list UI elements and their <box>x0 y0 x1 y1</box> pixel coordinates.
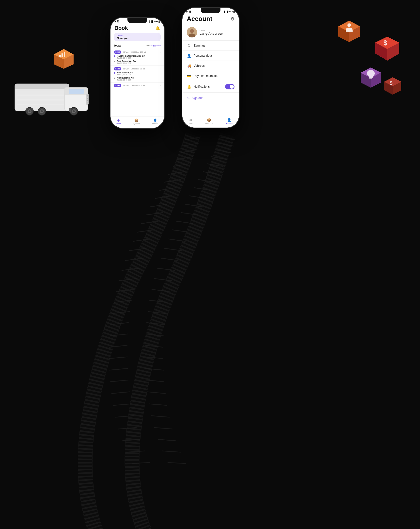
svg-rect-72 <box>17 100 66 100</box>
battery-icon: ▓ <box>158 20 160 23</box>
from-date-1: Jun 09, 13:40 EST <box>117 74 161 76</box>
svg-rect-76 <box>69 89 84 94</box>
svg-line-24 <box>109 357 127 359</box>
load-price-2: $500 <box>114 84 121 87</box>
nav-book-icon-right: ⊕ <box>189 118 192 122</box>
route-text-1: New Mexico, NM Jun 09, 13:40 EST Albuque… <box>117 71 161 81</box>
search-text: Near you <box>117 37 158 40</box>
book-title: Book <box>114 25 128 31</box>
cube-bulb-right <box>360 66 382 89</box>
origin-dot <box>114 55 115 57</box>
status-icons-left: ▐▐▐ WiFi ▓ <box>149 20 160 23</box>
route-text-0: Rancho Santa Margarita, CA Jun 09, 13:40… <box>117 55 161 64</box>
svg-line-61 <box>147 392 166 394</box>
nav-myloads-left[interactable]: 📦 My Loads <box>133 118 140 125</box>
search-bar[interactable]: Loads Near you <box>114 33 161 41</box>
menu-payment-methods[interactable]: 💳 Payment methods › <box>182 71 239 81</box>
load-item-2[interactable]: $500 53" Van · 10000 lbs · 20 mi › <box>110 83 164 90</box>
route-line-1 <box>115 74 115 77</box>
svg-rect-70 <box>17 90 66 90</box>
personal-data-person-icon: 👤 <box>187 54 191 58</box>
sign-out-row[interactable]: ↪ Sign out <box>182 93 239 103</box>
origin-dot-1 <box>114 72 115 74</box>
svg-rect-118 <box>369 78 372 79</box>
nav-book-label-right: Book <box>189 122 193 124</box>
nav-book[interactable]: ⊕ Book <box>116 118 121 125</box>
wifi-icon: WiFi <box>154 20 158 23</box>
phone-book: 9:41 ▐▐▐ WiFi ▓ Book 🔔 Loads Near you To… <box>110 17 165 129</box>
route-line <box>115 57 115 60</box>
svg-rect-79 <box>87 97 88 97</box>
wifi-icon-right: WiFi <box>229 11 233 13</box>
nav-account-right[interactable]: 👤 Account <box>226 118 233 124</box>
notifications-toggle[interactable] <box>225 84 234 89</box>
load-arrow-2: › <box>160 84 161 87</box>
earnings-label: Earnings <box>194 44 231 47</box>
search-label: Loads <box>117 34 158 37</box>
nav-book-icon: ⊕ <box>117 118 120 122</box>
from-city-1: New Mexico, NM <box>117 71 161 74</box>
battery-icon-right: ▓ <box>233 11 235 13</box>
svg-line-27 <box>111 392 130 394</box>
cube-orange-left <box>53 48 75 70</box>
svg-line-62 <box>149 404 167 405</box>
truck-illustration <box>10 69 93 118</box>
svg-rect-101 <box>62 53 63 57</box>
to-city-1: Albuquerque, NM <box>117 77 161 79</box>
svg-rect-80 <box>87 98 88 99</box>
menu-earnings[interactable]: ⏱ Earnings › <box>182 41 239 51</box>
svg-rect-78 <box>87 95 88 96</box>
nav-book-right[interactable]: ⊕ Book <box>189 118 193 124</box>
load-arrow-0: › <box>160 51 161 53</box>
load-price-0: $500 <box>114 50 121 54</box>
payment-arrow-icon: › <box>233 74 234 77</box>
load-item-1[interactable]: $500 23" Van · 13000 lbs · 70 mi › New M… <box>110 66 164 83</box>
svg-point-107 <box>347 23 351 27</box>
notification-bell-icon[interactable]: 🔔 <box>155 26 160 31</box>
account-title: Account <box>187 15 212 23</box>
menu-personal-data[interactable]: 👤 Personal data › <box>182 51 239 61</box>
nav-myloads-right[interactable]: 📦 My Loads <box>205 118 213 124</box>
dest-dot <box>114 61 115 62</box>
svg-point-94 <box>190 29 194 33</box>
driver-avatar <box>187 27 197 37</box>
nav-book-label: Book <box>116 123 121 125</box>
svg-rect-73 <box>17 105 66 105</box>
svg-line-25 <box>109 368 128 370</box>
driver-role: Driver <box>200 29 223 32</box>
signout-label: Sign out <box>192 96 202 100</box>
load-top-2: $500 53" Van · 10000 lbs · 20 mi › <box>114 84 161 87</box>
svg-rect-92 <box>69 108 71 112</box>
earnings-clock-icon: ⏱ <box>187 44 191 48</box>
nav-myloads-label-right: My Loads <box>205 122 213 124</box>
cube-small-money-right: $ <box>383 76 402 96</box>
dest-dot-1 <box>114 78 115 79</box>
load-item-0[interactable]: $500 53" Van · 42000 lbs · 200 mi › Ranc… <box>110 49 164 66</box>
svg-rect-117 <box>369 78 373 78</box>
toggle-knob <box>230 85 234 89</box>
today-label: Today <box>114 44 121 47</box>
load-top-0: $500 53" Van · 42000 lbs · 200 mi › <box>114 50 161 54</box>
sort-label: Sort: Suggested <box>146 45 161 47</box>
load-top-1: $500 23" Van · 13000 lbs · 70 mi › <box>114 67 161 70</box>
load-route-1: New Mexico, NM Jun 09, 13:40 EST Albuque… <box>114 71 161 81</box>
svg-point-91 <box>73 110 75 112</box>
today-row: Today Sort: Suggested <box>110 43 164 48</box>
book-header: Book 🔔 <box>110 24 164 33</box>
vehicles-arrow-icon: › <box>233 64 234 67</box>
menu-vehicles[interactable]: 🚚 Vehicles › <box>182 61 239 71</box>
nav-account-left[interactable]: 👤 Account <box>152 118 158 125</box>
load-info-2: 53" Van · 10000 lbs · 20 mi <box>123 84 160 87</box>
cube-money-right: $ <box>374 36 400 62</box>
cube-person-right <box>338 20 361 43</box>
settings-gear-icon[interactable]: ⚙ <box>231 16 234 22</box>
nav-account-icon-left: 👤 <box>153 118 157 122</box>
bottom-nav-left: ⊕ Book 📦 My Loads 👤 Account <box>110 116 164 128</box>
phones-container: 9:41 ▐▐▐ WiFi ▓ Book 🔔 Loads Near you To… <box>64 7 285 160</box>
load-info-0: 53" Van · 42000 lbs · 200 mi <box>123 51 160 53</box>
to-date-1: Jun 10, 13:40 EST <box>117 79 161 81</box>
menu-notifications[interactable]: 🔔 Notifications <box>182 81 239 93</box>
phone-notch-right <box>201 8 220 13</box>
signout-arrow-icon: ↪ <box>187 96 190 100</box>
nav-myloads-label: My Loads <box>133 123 140 125</box>
